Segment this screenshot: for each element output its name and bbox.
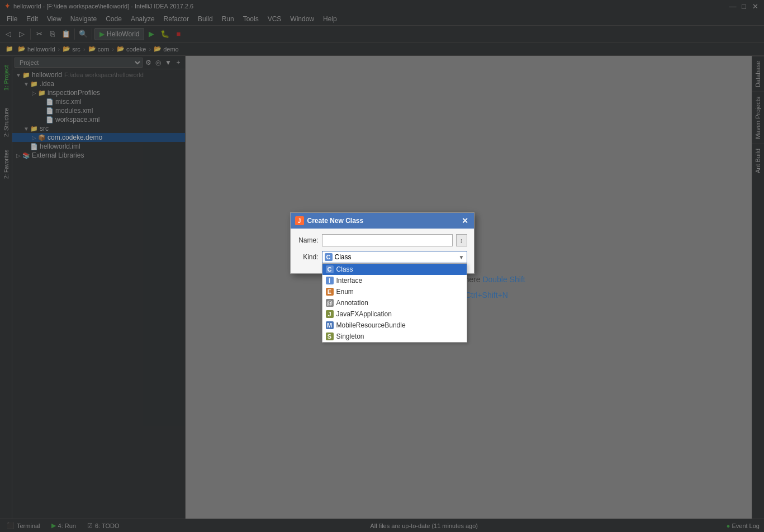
javafx-icon: J (326, 310, 334, 318)
dialog-app-icon: J (295, 216, 304, 225)
selected-class-icon: C (325, 253, 333, 261)
create-new-class-dialog: J Create New Class ✕ Name: ↕ Kind: C (290, 212, 474, 274)
dropdown-item-interface[interactable]: I Interface (322, 275, 467, 286)
dropdown-item-singleton[interactable]: S Singleton (322, 331, 467, 342)
singleton-label: Singleton (336, 332, 364, 340)
name-row: Name: ↕ (297, 234, 467, 246)
mobile-icon: M (326, 321, 334, 329)
class-icon: C (326, 265, 334, 273)
kind-dropdown-selected[interactable]: C Class ▼ (322, 251, 467, 263)
annotation-icon: @ (326, 299, 334, 307)
kind-label: Kind: (297, 253, 319, 261)
kind-row: Kind: C Class ▼ C Class (297, 251, 467, 263)
dialog-body: Name: ↕ Kind: C Class ▼ (291, 229, 474, 273)
kind-dropdown: C Class ▼ C Class I Interface (322, 251, 467, 263)
dropdown-item-class[interactable]: C Class (322, 264, 467, 275)
dialog-close-button[interactable]: ✕ (461, 216, 469, 225)
annotation-label: Annotation (336, 299, 368, 307)
name-input[interactable] (322, 234, 453, 246)
dropdown-item-javafx[interactable]: J JavaFXApplication (322, 308, 467, 320)
name-label: Name: (297, 236, 319, 244)
javafx-label: JavaFXApplication (336, 310, 392, 318)
dialog-title-text: Create New Class (307, 217, 364, 225)
interface-label: Interface (336, 277, 363, 284)
modal-overlay: J Create New Class ✕ Name: ↕ Kind: C (0, 0, 764, 532)
sort-button[interactable]: ↕ (456, 234, 467, 246)
selected-kind-label: Class (335, 253, 352, 261)
dropdown-chevron: ▼ (459, 254, 464, 260)
class-label: Class (336, 265, 353, 273)
interface-icon: I (326, 277, 334, 284)
mobile-label: MobileResourceBundle (336, 321, 406, 329)
dialog-titlebar: J Create New Class ✕ (291, 213, 474, 229)
enum-icon: E (326, 288, 334, 296)
dropdown-item-mobile[interactable]: M MobileResourceBundle (322, 320, 467, 331)
dialog-title-left: J Create New Class (295, 216, 364, 225)
dropdown-item-enum[interactable]: E Enum (322, 286, 467, 297)
singleton-icon: S (326, 332, 334, 340)
enum-label: Enum (336, 288, 354, 296)
dropdown-item-annotation[interactable]: @ Annotation (322, 297, 467, 308)
kind-dropdown-list: C Class I Interface E Enum @ (322, 263, 467, 343)
